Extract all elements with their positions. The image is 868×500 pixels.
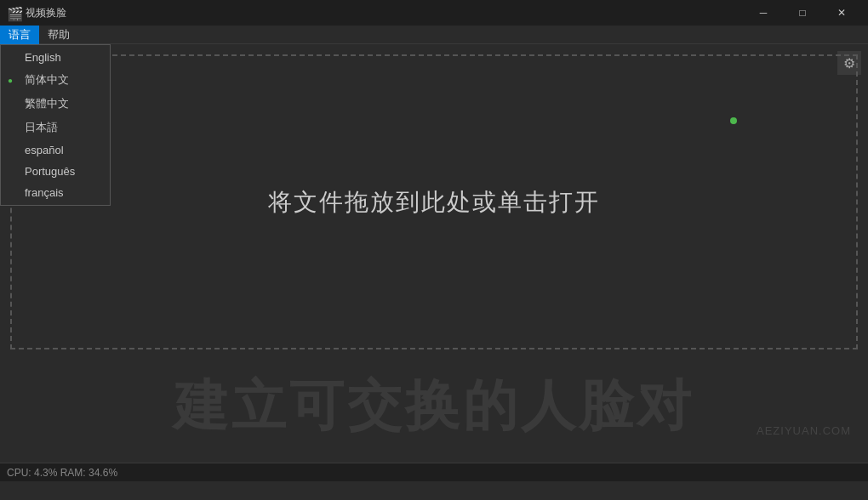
app-icon: 🎬: [7, 6, 20, 20]
language-option-japanese[interactable]: 日本語: [1, 116, 110, 139]
status-bar: CPU: 4.3% RAM: 34.6%: [0, 463, 868, 481]
title-bar-left: 🎬 视频换脸: [7, 6, 66, 20]
main-content: ⚙ 将文件拖放到此处或单击打开 建立可交换的人脸对 AEZIYUAN.COM C…: [0, 44, 868, 481]
language-option-spanish[interactable]: español: [1, 139, 110, 161]
minimize-button[interactable]: ─: [744, 0, 783, 26]
title-bar-controls: ─ □ ✕: [744, 0, 861, 26]
menu-item-language[interactable]: 语言: [0, 26, 39, 44]
app-title: 视频换脸: [26, 6, 66, 20]
close-button[interactable]: ✕: [822, 0, 861, 26]
menu-item-help[interactable]: 帮助: [39, 26, 78, 44]
maximize-button[interactable]: □: [783, 0, 822, 26]
title-bar: 🎬 视频换脸 ─ □ ✕: [0, 0, 868, 26]
language-option-english[interactable]: English: [1, 47, 110, 68]
language-option-traditional-chinese[interactable]: 繁體中文: [1, 92, 110, 116]
status-text: CPU: 4.3% RAM: 34.6%: [7, 467, 117, 479]
language-dropdown: English 简体中文 繁體中文 日本語 español Português …: [0, 44, 111, 206]
watermark-site: AEZIYUAN.COM: [757, 424, 851, 437]
watermark-text: 建立可交换的人脸对: [174, 369, 694, 443]
status-dot: [730, 117, 737, 124]
language-option-simplified-chinese[interactable]: 简体中文: [1, 68, 110, 92]
watermark-area: 建立可交换的人脸对 AEZIYUAN.COM: [0, 349, 868, 463]
menu-bar: 语言 帮助 English 简体中文 繁體中文 日本語 español Port…: [0, 26, 868, 44]
drop-zone-text: 将文件拖放到此处或单击打开: [268, 186, 600, 219]
language-option-portuguese[interactable]: Português: [1, 161, 110, 182]
drop-zone[interactable]: 将文件拖放到此处或单击打开: [10, 54, 858, 349]
language-option-french[interactable]: français: [1, 182, 110, 203]
